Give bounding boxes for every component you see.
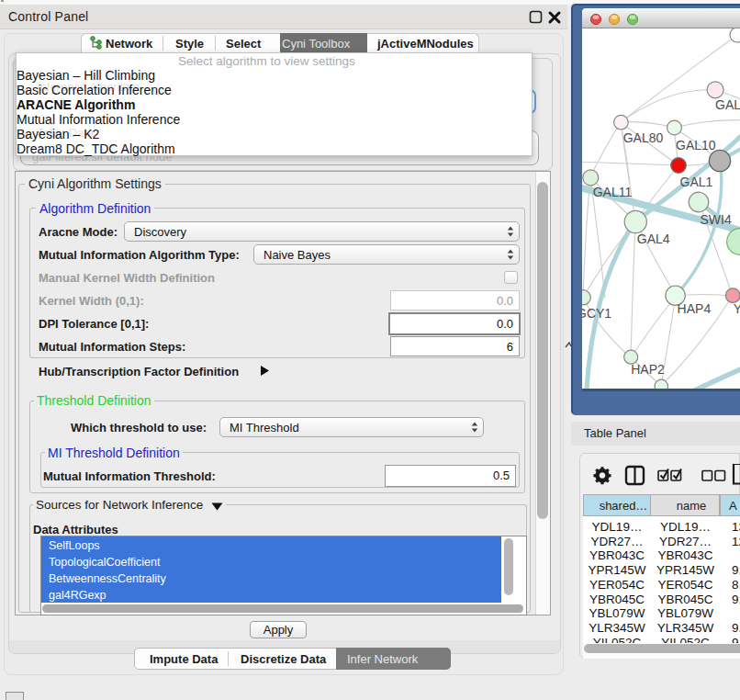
svg-text:GAL80: GAL80 [623,130,664,145]
svg-text:HAP4: HAP4 [678,301,712,316]
svg-text:GAL1: GAL1 [680,175,713,189]
svg-text:GAL10: GAL10 [676,138,716,152]
svg-text:SWI4: SWI4 [701,212,732,227]
svg-text:Y: Y [734,301,740,316]
svg-text:HAP2: HAP2 [631,362,665,377]
svg-text:GAL11: GAL11 [593,185,633,199]
svg-text:GAL4: GAL4 [637,231,670,246]
svg-text:GAL7: GAL7 [715,97,740,112]
svg-text:GCY1: GCY1 [582,306,611,321]
